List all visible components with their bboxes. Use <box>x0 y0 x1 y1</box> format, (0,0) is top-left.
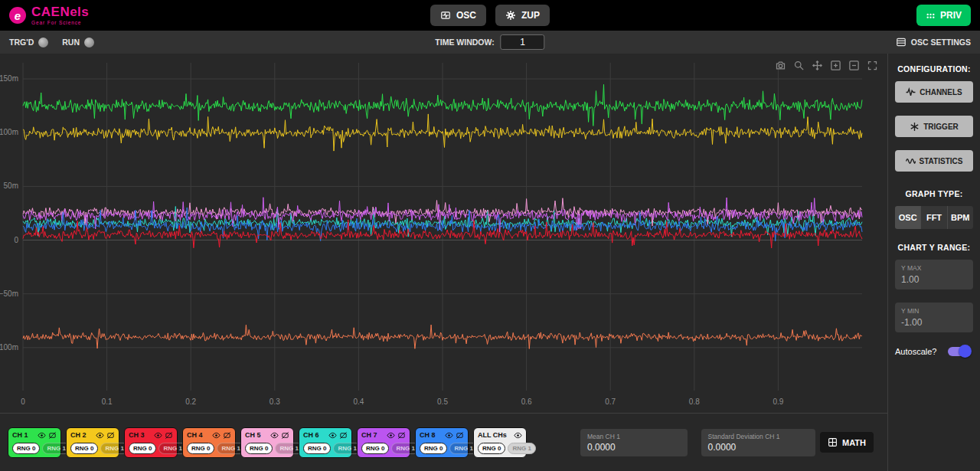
y-min-label: Y MIN <box>901 307 967 315</box>
y-min-field[interactable]: Y MIN -1.00 <box>895 303 973 332</box>
caenels-logo-icon: e <box>9 7 26 24</box>
autoscale-toggle[interactable] <box>948 347 969 356</box>
rng0-button[interactable]: RNG 0 <box>478 443 505 454</box>
svg-text:0.4: 0.4 <box>353 397 364 406</box>
statistics-wave-icon <box>906 156 916 166</box>
rng0-button[interactable]: RNG 0 <box>361 443 389 454</box>
channel-card-ch1: CH 1 RNG 0RNG 1 <box>8 427 61 458</box>
mean-label: Mean CH 1 <box>587 433 681 440</box>
zup-nav-button[interactable]: ZUP <box>495 5 550 26</box>
camera-icon[interactable] <box>775 60 786 71</box>
channel-label: CH 7 <box>361 431 384 439</box>
priv-label: PRIV <box>940 10 962 21</box>
channel-card-ch3: CH 3 RNG 0RNG 1 <box>124 427 178 458</box>
label-off-icon[interactable] <box>281 431 289 440</box>
settings-sidebar: CONFIGURATION: CHANNELS TRIGGER STATISTI… <box>888 54 980 471</box>
channel-card-ch4: CH 4 RNG 0RNG 1 <box>182 427 236 458</box>
channel-label: CH 2 <box>70 431 93 439</box>
rng0-button[interactable]: RNG 0 <box>303 443 331 454</box>
label-off-icon[interactable] <box>106 431 115 440</box>
osc-nav-label: OSC <box>456 10 476 21</box>
status-bar: TRG'D RUN TIME WINDOW: OSC SETTINGS <box>0 31 980 54</box>
y-min-value: -1.00 <box>901 317 967 328</box>
channel-card-ch7: CH 7 RNG 0RNG 1 <box>357 427 410 458</box>
channel-card-ch5: CH 5 RNG 0RNG 1 <box>240 427 294 458</box>
trigger-button[interactable]: TRIGGER <box>895 116 973 137</box>
chart-area: 00.10.20.30.40.50.60.70.80.9150m100m50m0… <box>0 54 887 414</box>
rng0-button[interactable]: RNG 0 <box>70 443 98 454</box>
zoom-icon[interactable] <box>793 60 805 71</box>
label-off-icon[interactable] <box>223 431 231 440</box>
pan-icon[interactable] <box>812 60 823 71</box>
channel-card-ch8: CH 8 RNG 0RNG 1 <box>415 427 469 458</box>
graph-type-osc[interactable]: OSC <box>895 206 920 229</box>
visibility-icon[interactable] <box>270 431 279 440</box>
svg-text:0.6: 0.6 <box>521 397 532 406</box>
visibility-icon[interactable] <box>154 431 162 440</box>
chart-y-range-heading: CHART Y RANGE: <box>895 243 973 252</box>
svg-text:−50m: −50m <box>0 289 18 298</box>
label-off-icon[interactable] <box>456 431 464 440</box>
trgd-indicator[interactable] <box>38 38 48 47</box>
rng0-button[interactable]: RNG 0 <box>129 443 156 454</box>
visibility-icon[interactable] <box>387 431 395 440</box>
rng0-button[interactable]: RNG 0 <box>12 443 40 454</box>
brand-logo[interactable]: e CAENels Gear For Science <box>9 5 89 25</box>
channel-label: ALL CHs <box>478 431 511 439</box>
settings-panel-icon <box>896 37 906 47</box>
time-window-label: TIME WINDOW: <box>435 38 494 47</box>
svg-text:100m: 100m <box>0 128 18 136</box>
math-label: MATH <box>842 438 866 447</box>
rng0-button[interactable]: RNG 0 <box>420 443 447 454</box>
channel-card-ch6: CH 6 RNG 0RNG 1 <box>299 427 352 458</box>
osc-settings-button[interactable]: OSC SETTINGS <box>896 37 971 47</box>
main-content: 00.10.20.30.40.50.60.70.80.9150m100m50m0… <box>0 54 980 471</box>
chart-modebar <box>775 60 878 71</box>
zup-nav-label: ZUP <box>521 10 540 21</box>
zoom-out-icon[interactable] <box>848 60 860 71</box>
mean-display: Mean CH 1 0.0000 <box>580 429 688 456</box>
svg-text:150m: 150m <box>0 74 18 83</box>
visibility-icon[interactable] <box>445 431 453 440</box>
run-label: RUN <box>62 38 80 47</box>
channels-button[interactable]: CHANNELS <box>895 81 973 103</box>
rng0-button[interactable]: RNG 0 <box>245 443 273 454</box>
svg-text:0.1: 0.1 <box>102 397 113 406</box>
rng0-button[interactable]: RNG 0 <box>187 443 214 454</box>
label-off-icon[interactable] <box>165 431 173 440</box>
channel-label: CH 6 <box>303 431 326 439</box>
label-off-icon[interactable] <box>397 431 406 440</box>
autoscale-icon[interactable] <box>867 60 878 71</box>
svg-text:0.3: 0.3 <box>270 397 280 406</box>
visibility-icon[interactable] <box>212 431 220 440</box>
svg-text:0: 0 <box>14 236 18 244</box>
channel-label: CH 1 <box>12 431 35 439</box>
channel-label: CH 5 <box>245 431 268 439</box>
channel-label: CH 3 <box>129 431 152 439</box>
header: e CAENels Gear For Science OSC ZUP PRIV <box>0 0 980 31</box>
rng1-button[interactable]: RNG 1 <box>508 443 535 454</box>
time-window-input[interactable] <box>501 34 545 50</box>
priv-button[interactable]: PRIV <box>916 5 971 26</box>
zoom-in-icon[interactable] <box>830 60 841 71</box>
visibility-icon[interactable] <box>328 431 337 440</box>
label-off-icon[interactable] <box>339 431 348 440</box>
svg-text:−100m: −100m <box>0 343 18 352</box>
visibility-icon[interactable] <box>38 431 46 440</box>
run-indicator[interactable] <box>84 38 94 47</box>
graph-type-fft[interactable]: FFT <box>920 206 946 229</box>
statistics-button[interactable]: STATISTICS <box>895 150 973 172</box>
y-max-field[interactable]: Y MAX 1.00 <box>895 260 973 289</box>
chart-svg[interactable]: 00.10.20.30.40.50.60.70.80.9150m100m50m0… <box>0 54 888 414</box>
waveform-icon <box>906 87 916 97</box>
channel-card-ch2: CH 2 RNG 0RNG 1 <box>66 427 119 458</box>
osc-nav-button[interactable]: OSC <box>430 5 486 26</box>
visibility-icon[interactable] <box>514 431 522 440</box>
graph-type-bpm[interactable]: BPM <box>947 206 973 229</box>
channel-label: CH 8 <box>420 431 443 439</box>
label-off-icon[interactable] <box>48 431 57 440</box>
svg-text:0.2: 0.2 <box>185 397 196 406</box>
math-button[interactable]: MATH <box>820 432 874 453</box>
std-value: 0.0000 <box>708 442 809 453</box>
visibility-icon[interactable] <box>96 431 104 440</box>
